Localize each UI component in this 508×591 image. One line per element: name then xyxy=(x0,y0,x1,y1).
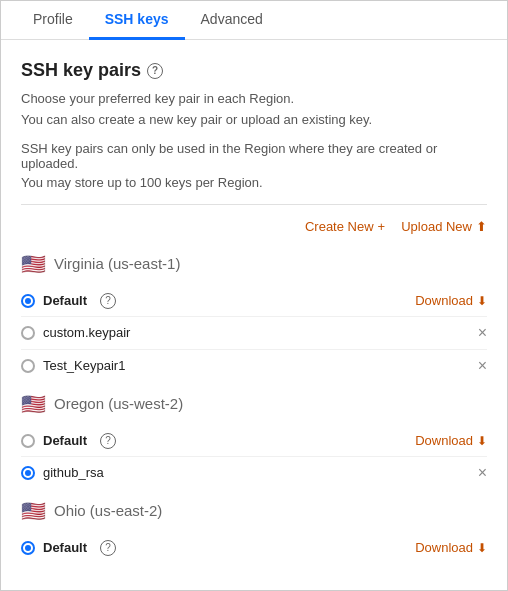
radio-area-default-3: Default? xyxy=(21,540,415,556)
download-icon-default-1: ⬇ xyxy=(477,294,487,308)
keypair-row-default-3: Default?Download ⬇ xyxy=(21,533,487,563)
keypair-row-default-2: Default?Download ⬇ xyxy=(21,426,487,457)
keypair-row-custom-1: custom.keypair× xyxy=(21,317,487,350)
regions-container: 🇺🇸 Virginia (us-east-1) Default?Download… xyxy=(21,252,487,563)
keypair-name-github-1: github_rsa xyxy=(43,465,104,480)
keypair-row-github-1: github_rsa× xyxy=(21,457,487,489)
radio-default-2[interactable] xyxy=(21,434,35,448)
close-button-test-1[interactable]: × xyxy=(478,357,487,375)
download-button-default-2[interactable]: Download ⬇ xyxy=(415,433,487,448)
region-flag-us-east-2: 🇺🇸 xyxy=(21,499,46,523)
download-button-default-3[interactable]: Download ⬇ xyxy=(415,540,487,555)
note1: SSH key pairs can only be used in the Re… xyxy=(21,141,487,171)
create-new-label: Create New xyxy=(305,219,374,234)
desc1: Choose your preferred key pair in each R… xyxy=(21,89,487,131)
section-title-text: SSH key pairs xyxy=(21,60,141,81)
region-us-west-2: 🇺🇸 Oregon (us-west-2) Default?Download ⬇… xyxy=(21,392,487,489)
note2: You may store up to 100 keys per Region. xyxy=(21,175,487,190)
download-label-default-3: Download xyxy=(415,540,473,555)
keypair-name-test-1: Test_Keypair1 xyxy=(43,358,125,373)
section-help-icon[interactable]: ? xyxy=(147,63,163,79)
keypair-help-icon-default-2[interactable]: ? xyxy=(100,433,116,449)
tab-ssh-keys[interactable]: SSH keys xyxy=(89,1,185,40)
radio-area-default-1: Default? xyxy=(21,293,415,309)
region-flag-us-east-1: 🇺🇸 xyxy=(21,252,46,276)
radio-test-1[interactable] xyxy=(21,359,35,373)
divider xyxy=(21,204,487,205)
create-new-button[interactable]: Create New + xyxy=(305,219,385,234)
keypair-help-icon-default-1[interactable]: ? xyxy=(100,293,116,309)
region-name-us-east-1: Virginia (us-east-1) xyxy=(54,255,180,272)
actions-bar: Create New + Upload New ⬆ xyxy=(21,219,487,234)
keypair-name-default-3: Default xyxy=(43,540,87,555)
radio-custom-1[interactable] xyxy=(21,326,35,340)
section-title: SSH key pairs ? xyxy=(21,60,487,81)
download-icon-default-2: ⬇ xyxy=(477,434,487,448)
region-us-east-1: 🇺🇸 Virginia (us-east-1) Default?Download… xyxy=(21,252,487,382)
tab-profile[interactable]: Profile xyxy=(17,1,89,40)
radio-github-1[interactable] xyxy=(21,466,35,480)
keypair-name-custom-1: custom.keypair xyxy=(43,325,130,340)
upload-new-button[interactable]: Upload New ⬆ xyxy=(401,219,487,234)
tab-advanced[interactable]: Advanced xyxy=(185,1,279,40)
keypair-help-icon-default-3[interactable]: ? xyxy=(100,540,116,556)
close-button-custom-1[interactable]: × xyxy=(478,324,487,342)
keypair-name-default-1: Default xyxy=(43,293,87,308)
region-header-us-east-2: 🇺🇸 Ohio (us-east-2) xyxy=(21,499,487,523)
keypair-row-test-1: Test_Keypair1× xyxy=(21,350,487,382)
download-label-default-2: Download xyxy=(415,433,473,448)
region-name-us-west-2: Oregon (us-west-2) xyxy=(54,395,183,412)
close-button-github-1[interactable]: × xyxy=(478,464,487,482)
keypair-row-default-1: Default?Download ⬇ xyxy=(21,286,487,317)
region-header-us-west-2: 🇺🇸 Oregon (us-west-2) xyxy=(21,392,487,416)
upload-icon: ⬆ xyxy=(476,219,487,234)
region-header-us-east-1: 🇺🇸 Virginia (us-east-1) xyxy=(21,252,487,276)
plus-icon: + xyxy=(378,219,386,234)
radio-default-1[interactable] xyxy=(21,294,35,308)
radio-area-custom-1: custom.keypair xyxy=(21,325,466,340)
download-label-default-1: Download xyxy=(415,293,473,308)
region-name-us-east-2: Ohio (us-east-2) xyxy=(54,502,162,519)
radio-area-default-2: Default? xyxy=(21,433,415,449)
keypair-name-default-2: Default xyxy=(43,433,87,448)
region-flag-us-west-2: 🇺🇸 xyxy=(21,392,46,416)
radio-area-test-1: Test_Keypair1 xyxy=(21,358,466,373)
upload-new-label: Upload New xyxy=(401,219,472,234)
main-content: SSH key pairs ? Choose your preferred ke… xyxy=(1,40,507,589)
radio-default-3[interactable] xyxy=(21,541,35,555)
tabs-bar: ProfileSSH keysAdvanced xyxy=(1,1,507,40)
region-us-east-2: 🇺🇸 Ohio (us-east-2) Default?Download ⬇ xyxy=(21,499,487,563)
radio-area-github-1: github_rsa xyxy=(21,465,466,480)
download-icon-default-3: ⬇ xyxy=(477,541,487,555)
download-button-default-1[interactable]: Download ⬇ xyxy=(415,293,487,308)
